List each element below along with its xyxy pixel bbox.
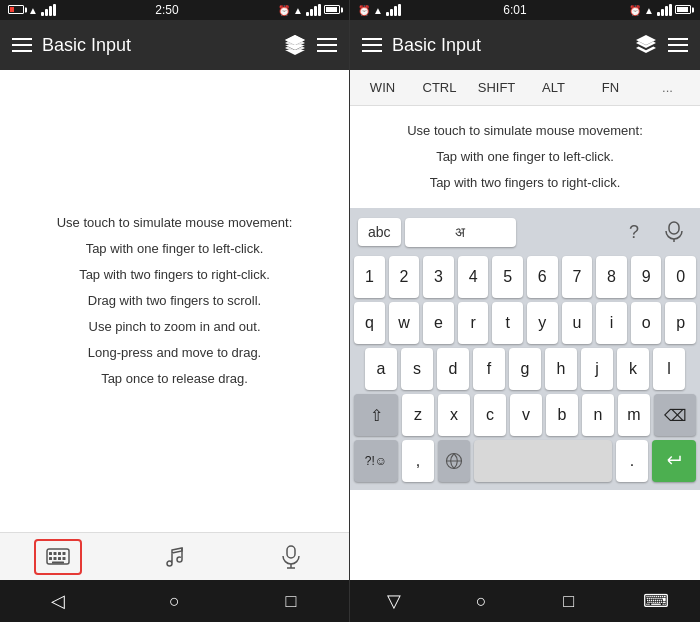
alt-key-btn[interactable]: ALT bbox=[525, 76, 582, 99]
wifi-icon-left: ▲ bbox=[28, 5, 38, 16]
enter-key[interactable] bbox=[652, 440, 696, 482]
key-k[interactable]: k bbox=[617, 348, 649, 390]
key-n[interactable]: n bbox=[582, 394, 614, 436]
battery-icon-left bbox=[8, 4, 25, 16]
right-recent-btn[interactable]: □ bbox=[539, 580, 599, 622]
nav-bars-container: ◁ ○ □ ▽ ○ □ ⌨ bbox=[0, 580, 700, 622]
key-4[interactable]: 4 bbox=[458, 256, 489, 298]
key-2[interactable]: 2 bbox=[389, 256, 420, 298]
svg-rect-6 bbox=[54, 557, 57, 560]
right-home-btn[interactable]: ○ bbox=[451, 580, 511, 622]
abc-lang-btn[interactable]: abc bbox=[358, 218, 401, 246]
instruction-line7: Tap once to release drag. bbox=[57, 366, 293, 392]
right-layers-icon[interactable] bbox=[634, 33, 658, 57]
delete-key[interactable]: ⌫ bbox=[654, 394, 696, 436]
key-e[interactable]: e bbox=[423, 302, 454, 344]
key-f[interactable]: f bbox=[473, 348, 505, 390]
key-s[interactable]: s bbox=[401, 348, 433, 390]
symbols-key[interactable]: ?!☺ bbox=[354, 440, 398, 482]
key-3[interactable]: 3 bbox=[423, 256, 454, 298]
fn-key-btn[interactable]: FN bbox=[582, 76, 639, 99]
left-more-icon[interactable] bbox=[317, 38, 337, 52]
key-w[interactable]: w bbox=[389, 302, 420, 344]
key-9[interactable]: 9 bbox=[631, 256, 662, 298]
music-bottom-icon[interactable] bbox=[150, 539, 198, 575]
left-screen: ▲ 2:50 ⏰ ▲ Basic Input bbox=[0, 0, 350, 580]
right-toolbar-title: Basic Input bbox=[392, 35, 624, 56]
keyboard-help-icon[interactable]: ? bbox=[616, 214, 652, 250]
left-instructions: Use touch to simulate mouse movement: Ta… bbox=[57, 210, 293, 392]
right-nav-bar: ▽ ○ □ ⌨ bbox=[350, 580, 700, 622]
key-l[interactable]: l bbox=[653, 348, 685, 390]
shift-key-row: ⇧ z x c v b n m ⌫ bbox=[354, 394, 696, 436]
key-5[interactable]: 5 bbox=[492, 256, 523, 298]
comma-key[interactable]: , bbox=[402, 440, 434, 482]
shift-key[interactable]: ⇧ bbox=[354, 394, 398, 436]
key-o[interactable]: o bbox=[631, 302, 662, 344]
svg-rect-10 bbox=[287, 546, 295, 558]
key-q[interactable]: q bbox=[354, 302, 385, 344]
period-key[interactable]: . bbox=[616, 440, 648, 482]
space-key[interactable] bbox=[474, 440, 612, 482]
wifi3-icon-right: ▲ bbox=[644, 5, 654, 16]
key-h[interactable]: h bbox=[545, 348, 577, 390]
keyboard-bottom-icon[interactable] bbox=[34, 539, 82, 575]
win-key-btn[interactable]: WIN bbox=[354, 76, 411, 99]
devanagari-lang-btn[interactable]: अ bbox=[405, 218, 517, 247]
key-shortcuts-bar: WIN CTRL SHIFT ALT FN ... bbox=[350, 70, 700, 106]
right-more-icon[interactable] bbox=[668, 38, 688, 52]
left-toolbar: Basic Input bbox=[0, 20, 349, 70]
left-bottom-toolbar bbox=[0, 532, 349, 580]
key-a[interactable]: a bbox=[365, 348, 397, 390]
key-x[interactable]: x bbox=[438, 394, 470, 436]
key-r[interactable]: r bbox=[458, 302, 489, 344]
mic-bottom-icon[interactable] bbox=[267, 539, 315, 575]
keyboard-mic-icon[interactable] bbox=[656, 214, 692, 250]
signal2-icon-left bbox=[306, 4, 321, 16]
key-y[interactable]: y bbox=[527, 302, 558, 344]
battery3-icon-right bbox=[675, 4, 692, 16]
right-back-btn[interactable]: ▽ bbox=[364, 580, 424, 622]
left-back-btn[interactable]: ◁ bbox=[28, 580, 88, 622]
wifi2-icon-left: ▲ bbox=[293, 5, 303, 16]
key-g[interactable]: g bbox=[509, 348, 541, 390]
ctrl-key-btn[interactable]: CTRL bbox=[411, 76, 468, 99]
key-0[interactable]: 0 bbox=[665, 256, 696, 298]
asdf-key-row: a s d f g h j k l bbox=[354, 348, 696, 390]
globe-key[interactable] bbox=[438, 440, 470, 482]
key-d[interactable]: d bbox=[437, 348, 469, 390]
key-7[interactable]: 7 bbox=[562, 256, 593, 298]
key-j[interactable]: j bbox=[581, 348, 613, 390]
right-status-left: ⏰ ▲ bbox=[358, 4, 401, 16]
key-8[interactable]: 8 bbox=[596, 256, 627, 298]
left-status-right: ⏰ ▲ bbox=[278, 4, 341, 16]
key-c[interactable]: c bbox=[474, 394, 506, 436]
left-recent-btn[interactable]: □ bbox=[261, 580, 321, 622]
left-menu-icon[interactable] bbox=[12, 38, 32, 52]
right-toolbar: Basic Input bbox=[350, 20, 700, 70]
signal3-icon-right bbox=[657, 4, 672, 16]
key-b[interactable]: b bbox=[546, 394, 578, 436]
key-u[interactable]: u bbox=[562, 302, 593, 344]
key-m[interactable]: m bbox=[618, 394, 650, 436]
signal-icon-left bbox=[41, 4, 56, 16]
left-layers-icon[interactable] bbox=[283, 33, 307, 57]
left-time: 2:50 bbox=[155, 3, 178, 17]
more-key-btn[interactable]: ... bbox=[639, 76, 696, 99]
key-1[interactable]: 1 bbox=[354, 256, 385, 298]
key-z[interactable]: z bbox=[402, 394, 434, 436]
right-keyboard-btn[interactable]: ⌨ bbox=[626, 580, 686, 622]
key-i[interactable]: i bbox=[596, 302, 627, 344]
left-home-btn[interactable]: ○ bbox=[144, 580, 204, 622]
key-v[interactable]: v bbox=[510, 394, 542, 436]
key-t[interactable]: t bbox=[492, 302, 523, 344]
svg-rect-7 bbox=[58, 557, 61, 560]
left-status-bar: ▲ 2:50 ⏰ ▲ bbox=[0, 0, 349, 20]
key-p[interactable]: p bbox=[665, 302, 696, 344]
key-6[interactable]: 6 bbox=[527, 256, 558, 298]
shift-key-btn[interactable]: SHIFT bbox=[468, 76, 525, 99]
left-toolbar-title: Basic Input bbox=[42, 35, 273, 56]
svg-rect-5 bbox=[49, 557, 52, 560]
right-menu-icon[interactable] bbox=[362, 38, 382, 52]
battery2-icon-left bbox=[324, 4, 341, 16]
